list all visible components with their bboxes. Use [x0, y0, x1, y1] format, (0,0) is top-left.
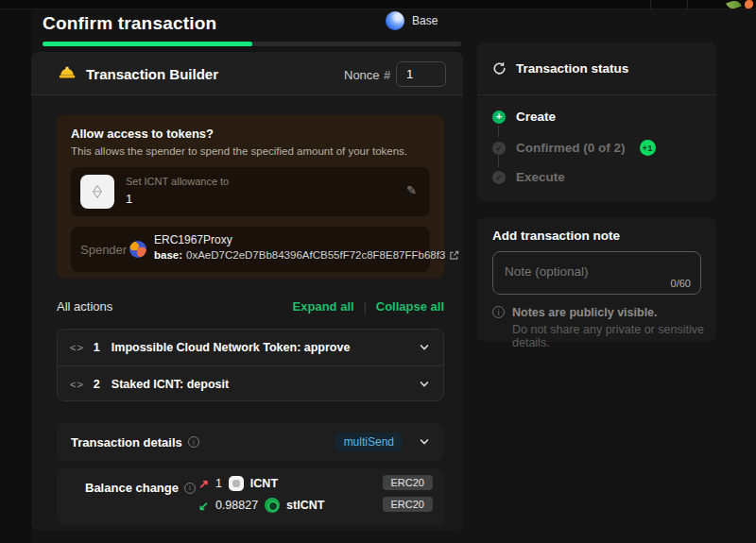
- allowance-warning-box: Allow access to tokens? This allows the …: [57, 115, 444, 279]
- token-placeholder-icon: [80, 175, 114, 209]
- address-chain-prefix: base:: [154, 249, 182, 261]
- nonce-input[interactable]: [396, 61, 446, 87]
- balance-change-card: Balance change i ↗ 1 ICNT ERC20 ↙ 0.9882…: [57, 468, 444, 525]
- hint-body: Do not share any private or sensitive de…: [512, 323, 716, 349]
- transaction-status-card: Transaction status + Create ✓ Confirmed …: [477, 42, 716, 201]
- check-circle-icon: ✓: [492, 142, 506, 155]
- divider: [650, 0, 651, 9]
- status-step-create: + Create: [492, 110, 556, 124]
- page-title: Confirm transaction: [43, 13, 216, 34]
- all-actions-header: All actions Expand all | Collapse all: [57, 299, 444, 314]
- outgoing-arrow-icon: ↗: [198, 477, 209, 491]
- address-value: 0xAeD7C2eD7Bb84396AfCB55fF72c8F8E87FFb68…: [186, 249, 445, 261]
- amount: 0.98827: [215, 499, 258, 512]
- warning-description: This allows the spender to spend the spe…: [71, 145, 430, 157]
- spender-identicon: [129, 241, 146, 258]
- actions-list: <> 1 Impossible Cloud Network Token: app…: [57, 329, 444, 401]
- progress-bar: [43, 42, 461, 46]
- multisend-badge: multiSend: [335, 433, 403, 451]
- spender-row: Spender ERC1967Proxy base:0xAeD7C2eD7Bb8…: [71, 227, 430, 272]
- info-icon[interactable]: i: [184, 483, 196, 494]
- chevron-down-icon: [419, 436, 430, 448]
- divider: [687, 0, 688, 9]
- code-icon: <>: [70, 379, 84, 390]
- status-step-confirmed: ✓ Confirmed (0 of 2) +1: [492, 140, 656, 156]
- token-symbol: stICNT: [286, 499, 324, 512]
- code-icon: <>: [70, 342, 84, 353]
- spender-address: base:0xAeD7C2eD7Bb84396AfCB55fF72c8F8E87…: [154, 249, 459, 261]
- action-row-deposit[interactable]: <> 2 Staked ICNT: deposit: [58, 365, 443, 401]
- all-actions-label: All actions: [57, 299, 112, 314]
- note-privacy-hint: i Notes are publicly visible. Do not sha…: [492, 306, 716, 349]
- flower-icon: [745, 0, 753, 8]
- leaf-icon: [726, 0, 742, 10]
- allowance-set-label: Set ICNT allowance to: [126, 176, 229, 187]
- erc20-badge: ERC20: [383, 497, 433, 512]
- progress-fill: [43, 42, 252, 46]
- step-connector: [498, 126, 499, 137]
- warning-title: Allow access to tokens?: [71, 127, 430, 141]
- link-divider: |: [364, 300, 367, 314]
- action-label: Impossible Cloud Network Token: approve: [112, 341, 351, 354]
- step-connector: [498, 156, 499, 167]
- spender-contract-name: ERC1967Proxy: [154, 233, 232, 246]
- balance-row-in: ↙ 0.98827 stICNT: [198, 498, 324, 513]
- left-gutter: [0, 9, 31, 543]
- nonce-label: Nonce: [344, 68, 380, 82]
- allowance-value: 1: [126, 192, 132, 206]
- icnt-token-icon: [229, 476, 244, 491]
- nonce-hash-symbol: #: [384, 68, 390, 82]
- allowance-row: Set ICNT allowance to 1 ✎: [71, 167, 430, 216]
- add-note-card: Add transaction note 0/60 i Notes are pu…: [477, 217, 716, 342]
- sticnt-token-icon: [265, 498, 280, 513]
- edit-pencil-icon[interactable]: ✎: [406, 183, 417, 197]
- plus-circle-icon: +: [492, 110, 506, 124]
- external-link-icon[interactable]: [449, 250, 459, 261]
- info-icon: i: [492, 306, 505, 318]
- transaction-builder-panel: Transaction Builder Nonce # Allow access…: [31, 52, 463, 531]
- transaction-details-text: Transaction details: [71, 435, 182, 450]
- chevron-down-icon: [419, 342, 430, 353]
- expand-all-button[interactable]: Expand all: [293, 299, 354, 314]
- action-label: Staked ICNT: deposit: [112, 378, 229, 391]
- balance-change-label: Balance change i: [85, 481, 196, 495]
- panel-header: Transaction Builder Nonce #: [31, 52, 463, 95]
- add-note-title: Add transaction note: [492, 229, 620, 243]
- browser-top-edge: [0, 0, 756, 9]
- base-chain-icon: [386, 11, 404, 30]
- transaction-details-row[interactable]: Transaction details i multiSend: [57, 423, 444, 461]
- amount: 1: [215, 477, 222, 490]
- step-label: Execute: [516, 170, 565, 184]
- note-input[interactable]: [493, 252, 700, 280]
- chain-indicator: Base: [386, 11, 438, 30]
- token-symbol: ICNT: [250, 477, 278, 490]
- confirm-transaction-page: Confirm transaction Base Transaction Bui…: [0, 0, 756, 543]
- check-circle-icon: ✓: [492, 171, 506, 184]
- action-row-approve[interactable]: <> 1 Impossible Cloud Network Token: app…: [58, 330, 443, 365]
- status-step-execute: ✓ Execute: [492, 170, 565, 184]
- note-char-counter: 0/60: [671, 278, 691, 289]
- confirmations-plus-one-badge[interactable]: +1: [640, 140, 656, 156]
- chevron-down-icon: [419, 379, 430, 390]
- action-index: 2: [94, 378, 100, 391]
- action-index: 1: [94, 341, 100, 354]
- info-icon[interactable]: i: [188, 436, 199, 448]
- collapse-all-button[interactable]: Collapse all: [376, 299, 444, 314]
- transaction-details-label: Transaction details i: [71, 435, 199, 450]
- builder-title: Transaction Builder: [86, 66, 218, 82]
- erc20-badge: ERC20: [383, 475, 433, 490]
- balance-change-text: Balance change: [85, 481, 179, 495]
- status-title: Transaction status: [516, 61, 628, 76]
- hint-title: Notes are publicly visible.: [512, 306, 716, 319]
- step-label: Create: [516, 110, 556, 124]
- hard-hat-icon: [58, 63, 77, 82]
- incoming-arrow-icon: ↙: [198, 499, 209, 513]
- status-header: Transaction status: [477, 42, 716, 95]
- sync-icon: [492, 61, 507, 76]
- balance-row-out: ↗ 1 ICNT: [198, 476, 278, 491]
- chain-name: Base: [412, 14, 438, 27]
- spender-label: Spender: [80, 243, 127, 257]
- note-field: 0/60: [492, 251, 701, 295]
- step-label: Confirmed (0 of 2): [516, 141, 626, 155]
